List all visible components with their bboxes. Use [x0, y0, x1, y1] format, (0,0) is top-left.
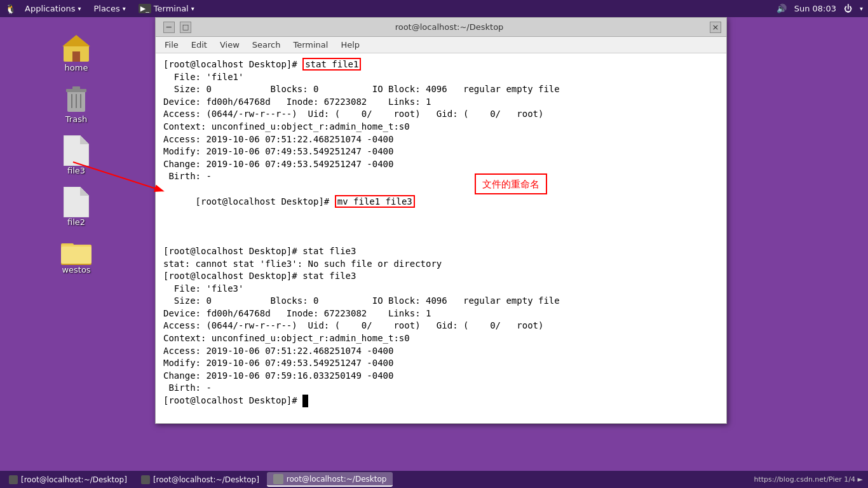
desktop-icon-trash[interactable]: Trash	[48, 81, 105, 126]
terminal-line: Access: (0644/-rw-r--r--) Uid: ( 0/ root…	[163, 108, 719, 121]
places-label: Places	[93, 4, 119, 13]
close-button[interactable]: ×	[710, 22, 721, 33]
cmd-highlight-stat-file1: stat file1	[302, 58, 361, 71]
terminal-icon: ▶_	[139, 4, 151, 13]
terminal-line: Modify: 2019-10-06 07:49:53.549251247 -0…	[163, 357, 719, 370]
taskbar-right: https://blog.csdn.net/Pier 1/4 ►	[754, 475, 865, 484]
maximize-button[interactable]: □	[180, 22, 191, 33]
terminal-menu[interactable]: ▶_ Terminal ▾	[133, 3, 200, 15]
terminal-line: File: 'file1'	[163, 71, 719, 84]
taskbar: [root@localhost:~/Desktop] [root@localho…	[0, 471, 868, 488]
applications-arrow-icon: ▾	[78, 5, 81, 12]
file3-icon-label: file3	[67, 166, 85, 175]
terminal-line: Change: 2019-10-06 07:59:16.033250149 -0…	[163, 370, 719, 383]
desktop: home Trash file3 file2	[0, 17, 153, 488]
clock: Sun 08:03	[794, 4, 836, 13]
taskbar-item-3[interactable]: root@localhost:~/Desktop	[267, 472, 393, 487]
westos-icon-label: westos	[62, 265, 90, 274]
desktop-icon-home[interactable]: home	[48, 30, 105, 75]
linux-logo-icon: 🐧	[5, 4, 16, 14]
terminal-line: [root@localhost Desktop]# mv file1 file3…	[163, 183, 719, 245]
applications-label: Applications	[25, 4, 75, 13]
taskbar-item-1-label: [root@localhost:~/Desktop]	[21, 475, 127, 484]
terminal-line: Access: (0644/-rw-r--r--) Uid: ( 0/ root…	[163, 320, 719, 332]
menu-edit[interactable]: Edit	[186, 39, 212, 51]
westos-folder-icon	[61, 238, 92, 265]
annotation-rename: 文件的重命名	[475, 173, 547, 194]
svg-marker-1	[62, 35, 90, 46]
terminal-line: stat: cannot stat 'flie3': No such file …	[163, 258, 719, 271]
home-folder-icon	[61, 32, 92, 63]
trash-icon	[62, 84, 90, 114]
terminal-titlebar: − □ root@localhost:~/Desktop ×	[156, 18, 726, 37]
terminal-line: File: 'file3'	[163, 283, 719, 295]
taskbar-right-text: https://blog.csdn.net/Pier 1/4 ►	[754, 475, 863, 484]
desktop-icon-file2[interactable]: file2	[48, 184, 105, 229]
terminal-line: [root@localhost Desktop]# stat file3	[163, 270, 719, 283]
applications-menu[interactable]: Applications ▾	[20, 3, 86, 15]
terminal-line: Modify: 2019-10-06 07:49:53.549251247 -0…	[163, 146, 719, 158]
terminal-line: Access: 2019-10-06 07:51:22.468251074 -0…	[163, 133, 719, 146]
terminal-line: Birth: -	[163, 170, 719, 183]
power-arrow-icon: ▾	[860, 5, 863, 12]
svg-marker-10	[80, 135, 89, 144]
file2-icon-label: file2	[67, 217, 85, 227]
terminal-body[interactable]: [root@localhost Desktop]# stat file1 Fil…	[156, 53, 726, 423]
taskbar-item-3-label: root@localhost:~/Desktop	[287, 475, 387, 484]
taskbar-item-1[interactable]: [root@localhost:~/Desktop]	[3, 472, 133, 487]
terminal-window: − □ root@localhost:~/Desktop × File Edit…	[155, 17, 727, 424]
terminal-line: Access: 2019-10-06 07:51:22.468251074 -0…	[163, 345, 719, 358]
power-icon[interactable]: ⏻	[844, 4, 852, 13]
terminal-line: [root@localhost Desktop]# stat file1	[163, 58, 719, 71]
top-bar-right: 🔊 Sun 08:03 ⏻ ▾	[776, 4, 863, 13]
taskbar-item-2-label: [root@localhost:~/Desktop]	[153, 475, 259, 484]
taskbar-item-1-icon	[9, 475, 18, 484]
svg-rect-2	[72, 51, 80, 62]
svg-marker-11	[64, 187, 89, 217]
terminal-line: Device: fd00h/64768d Inode: 67223082 Lin…	[163, 96, 719, 109]
titlebar-controls-left: − □	[161, 22, 191, 33]
trash-icon-label: Trash	[65, 114, 87, 124]
terminal-line: Size: 0 Blocks: 0 IO Block: 4096 regular…	[163, 295, 719, 308]
minimize-button[interactable]: −	[163, 22, 175, 33]
desktop-icon-westos[interactable]: westos	[48, 236, 105, 277]
terminal-line-cursor: [root@localhost Desktop]#	[163, 395, 719, 407]
top-bar: 🐧 Applications ▾ Places ▾ ▶_ Terminal ▾ …	[0, 0, 868, 17]
terminal-label: Terminal	[154, 4, 189, 13]
terminal-line: Birth: -	[163, 382, 719, 395]
svg-rect-5	[72, 86, 80, 90]
menu-view[interactable]: View	[215, 39, 245, 51]
prompt-text-2: [root@localhost Desktop]#	[196, 196, 335, 207]
terminal-line: Change: 2019-10-06 07:49:53.549251247 -0…	[163, 158, 719, 171]
taskbar-item-2[interactable]: [root@localhost:~/Desktop]	[135, 472, 266, 487]
top-bar-left: 🐧 Applications ▾ Places ▾ ▶_ Terminal ▾	[5, 3, 200, 15]
file2-icon	[64, 187, 89, 217]
terminal-title: root@localhost:~/Desktop	[191, 22, 707, 32]
titlebar-controls-right: ×	[707, 22, 721, 33]
places-arrow-icon: ▾	[123, 5, 126, 12]
terminal-arrow-icon: ▾	[191, 5, 194, 12]
speaker-icon[interactable]: 🔊	[776, 4, 787, 13]
menu-search[interactable]: Search	[247, 39, 286, 51]
terminal-menubar: File Edit View Search Terminal Help	[156, 37, 726, 53]
menu-terminal[interactable]: Terminal	[288, 39, 333, 51]
terminal-line: Device: fd00h/64768d Inode: 67223082 Lin…	[163, 308, 719, 320]
menu-file[interactable]: File	[159, 39, 184, 51]
svg-marker-12	[80, 187, 89, 196]
terminal-line: [root@localhost Desktop]# stat flie3	[163, 245, 719, 258]
file3-icon	[64, 135, 89, 166]
svg-marker-9	[64, 135, 89, 166]
terminal-line: Context: unconfined_u:object_r:admin_hom…	[163, 332, 719, 345]
terminal-line: Context: unconfined_u:object_r:admin_hom…	[163, 121, 719, 133]
menu-help[interactable]: Help	[336, 39, 365, 51]
home-icon-label: home	[65, 63, 88, 72]
cmd-highlight-mv: mv file1 file3	[335, 195, 415, 208]
svg-rect-17	[61, 247, 92, 264]
terminal-line: Size: 0 Blocks: 0 IO Block: 4096 regular…	[163, 83, 719, 96]
taskbar-item-3-icon	[273, 474, 283, 484]
desktop-icon-file3[interactable]: file3	[48, 133, 105, 178]
places-menu[interactable]: Places ▾	[88, 3, 130, 15]
taskbar-item-2-icon	[141, 475, 150, 484]
prompt-text: [root@localhost Desktop]#	[163, 59, 302, 69]
